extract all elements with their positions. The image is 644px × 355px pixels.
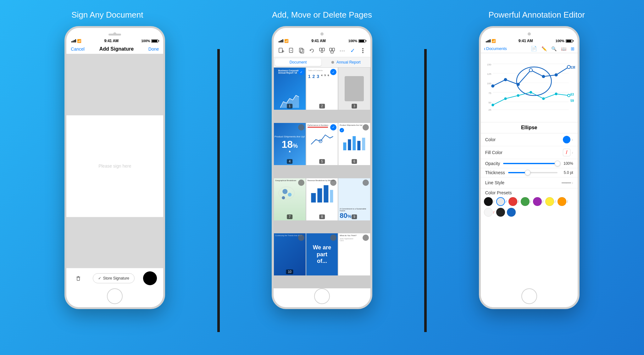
page-thumb-9[interactable]: A Commitment to a Sustainable Future 80%… bbox=[338, 178, 370, 220]
page-num-1: 1 bbox=[287, 104, 293, 108]
sign-area-middle[interactable]: Please sign here bbox=[66, 115, 163, 217]
color-picker-blue[interactable] bbox=[563, 136, 570, 143]
page-check-9 bbox=[363, 180, 369, 186]
tab-close-icon[interactable]: ⊗ bbox=[331, 60, 334, 64]
confirm-icon[interactable]: ✓ bbox=[348, 46, 357, 55]
document-tabs: Document ⊗ Annual Report bbox=[274, 57, 370, 67]
page-thumb-3[interactable]: 3 bbox=[338, 68, 370, 110]
home-button-1[interactable] bbox=[107, 288, 123, 304]
more-icon[interactable]: ··· bbox=[338, 46, 347, 55]
color-presets-grid: / / / / bbox=[481, 197, 578, 217]
battery-icon-1 bbox=[151, 39, 158, 43]
page-thumb-4[interactable]: Product Shipments Are Up! 18% ▲ 4 bbox=[274, 123, 306, 165]
page-thumb-1[interactable]: Business CorporationAnnual Report '18 ✓ … bbox=[274, 68, 306, 110]
add-page-icon[interactable] bbox=[277, 46, 286, 55]
signature-nav: Cancel Add Signature Done bbox=[66, 44, 163, 54]
home-button-3[interactable] bbox=[521, 288, 537, 304]
svg-rect-11 bbox=[322, 48, 325, 51]
svg-rect-32 bbox=[362, 138, 365, 150]
phone-pages-section: 📶 9:41 AM 100% bbox=[220, 26, 425, 309]
preset-black-2[interactable] bbox=[496, 208, 505, 217]
new-doc-icon[interactable]: 📄 bbox=[531, 46, 537, 52]
svg-rect-39 bbox=[324, 185, 328, 202]
svg-point-54 bbox=[504, 97, 507, 100]
page-thumb-11[interactable]: We arepartof... bbox=[306, 233, 338, 275]
page-num-4: 4 bbox=[287, 159, 293, 164]
page-thumb-8[interactable]: Revenue Breakdown by Markets 8 bbox=[306, 178, 338, 220]
move-page-icon[interactable] bbox=[318, 46, 326, 55]
svg-rect-28 bbox=[343, 142, 347, 150]
pen-color-button[interactable] bbox=[143, 271, 157, 285]
preset-black[interactable]: / bbox=[484, 197, 494, 206]
preset-green[interactable]: / bbox=[521, 197, 531, 206]
page-num-2: 2 bbox=[319, 104, 325, 108]
export-icon[interactable] bbox=[328, 46, 336, 55]
svg-point-65 bbox=[554, 73, 558, 76]
done-button[interactable]: Done bbox=[148, 47, 159, 52]
svg-point-56 bbox=[530, 91, 532, 94]
tab-annual-report[interactable]: ⊗ Annual Report bbox=[323, 58, 369, 66]
line-style-label: Line Style bbox=[485, 180, 504, 185]
page-check-4 bbox=[298, 124, 304, 130]
thickness-row: Thickness 5.0 pt bbox=[481, 168, 578, 177]
page-thumb-10[interactable]: Continuing the Trends Into 2019 10 bbox=[274, 233, 306, 275]
cancel-button[interactable]: Cancel bbox=[71, 47, 85, 52]
store-sig-label: Store Signature bbox=[103, 276, 129, 280]
search-icon[interactable]: 🔍 bbox=[551, 46, 557, 51]
bookmark-icon[interactable]: 📖 bbox=[561, 46, 566, 51]
svg-rect-9 bbox=[301, 49, 304, 53]
preset-white-selected[interactable]: / bbox=[496, 197, 507, 206]
status-bar-2: 📶 9:41 AM 100% bbox=[274, 37, 370, 44]
phone-annotation-section: 📶 9:41 AM 100% ‹ bbox=[427, 26, 631, 309]
status-time-2: 9:41 AM bbox=[311, 39, 326, 43]
preset-purple[interactable]: / bbox=[533, 197, 543, 206]
thickness-slider[interactable] bbox=[508, 172, 558, 173]
preset-yellow[interactable]: / bbox=[545, 197, 556, 206]
page-thumb-6[interactable]: Product Shipments Are Up! ✓ bbox=[338, 123, 370, 165]
svg-rect-0 bbox=[77, 277, 80, 280]
page-check-6 bbox=[363, 124, 369, 130]
grid-icon[interactable]: ⊞ bbox=[571, 46, 575, 51]
page-thumb-12[interactable]: What do You Think? John Appleseed CEO bbox=[338, 233, 370, 275]
preset-blue[interactable] bbox=[507, 208, 516, 217]
svg-text:138: 138 bbox=[570, 66, 575, 69]
svg-point-59 bbox=[568, 94, 570, 97]
page-thumb-5[interactable]: Performance in Numbers ✓ 5 bbox=[306, 123, 338, 165]
checkmark-icon: ✓ bbox=[98, 276, 101, 280]
back-button[interactable]: ‹ Documents bbox=[484, 46, 507, 52]
trash-button[interactable] bbox=[73, 273, 84, 284]
preset-orange[interactable]: / bbox=[558, 197, 568, 206]
sign-toolbar: ✓ Store Signature bbox=[66, 268, 163, 288]
store-signature-button[interactable]: ✓ Store Signature bbox=[93, 273, 135, 283]
page-thumb-2[interactable]: Table of Contents 123 4 5 6 ✓ 2 bbox=[306, 68, 338, 110]
svg-point-34 bbox=[282, 189, 287, 194]
home-button-2[interactable] bbox=[314, 288, 330, 304]
copy-page-icon[interactable] bbox=[297, 46, 306, 55]
svg-text:59: 59 bbox=[570, 99, 574, 103]
status-time-3: 9:41 AM bbox=[519, 39, 533, 43]
fill-color-none[interactable]: / bbox=[563, 149, 570, 156]
edit-icon[interactable]: ✏️ bbox=[541, 46, 547, 51]
thickness-label: Thickness bbox=[485, 170, 505, 175]
svg-text:63: 63 bbox=[570, 93, 574, 96]
page-thumb-7[interactable]: Geographical Breakdown 7 bbox=[274, 178, 306, 220]
section-title-pages: Add, Move or Delete Pages bbox=[215, 10, 430, 20]
svg-text:25: 25 bbox=[488, 108, 491, 111]
menu-icon[interactable] bbox=[358, 46, 367, 55]
delete-page-icon[interactable] bbox=[287, 46, 296, 55]
page-check-8 bbox=[330, 180, 336, 186]
phone-pages: 📶 9:41 AM 100% bbox=[272, 26, 372, 309]
preset-light-slash[interactable]: / bbox=[484, 208, 494, 217]
rotate-page-icon[interactable] bbox=[308, 46, 316, 55]
opacity-slider[interactable] bbox=[503, 163, 558, 164]
svg-point-55 bbox=[517, 94, 519, 97]
signal-bars-3 bbox=[486, 39, 491, 42]
sign-area-bottom bbox=[66, 217, 163, 268]
tab-document[interactable]: Document bbox=[275, 58, 321, 66]
fill-color-row: Fill Color / › bbox=[481, 146, 578, 159]
signal-bars-2 bbox=[279, 39, 283, 42]
svg-point-60 bbox=[491, 84, 494, 87]
svg-rect-14 bbox=[330, 48, 332, 51]
svg-rect-15 bbox=[332, 48, 335, 51]
preset-red[interactable]: / bbox=[508, 197, 519, 206]
